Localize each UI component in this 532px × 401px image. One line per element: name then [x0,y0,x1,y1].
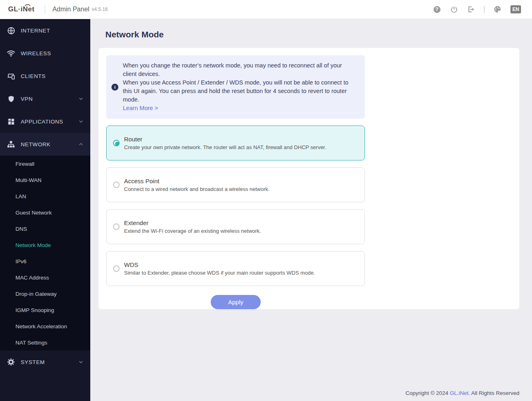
sidebar-item-clients[interactable]: CLIENTS [0,65,90,87]
sidebar-item-internet[interactable]: INTERNET [0,19,90,42]
learn-more-link[interactable]: Learn More > [123,104,158,113]
shield-icon [7,94,15,103]
sidebar-item-label: APPLICATIONS [21,119,78,125]
footer-gl-inet-link[interactable]: GL.iNet. [450,390,470,396]
sidebar-item-label: WIRELESS [21,50,84,56]
sidebar-item-wireless[interactable]: WIRELESS [0,42,90,65]
power-icon[interactable] [450,5,458,13]
app-title: Admin Panel [52,6,89,13]
sidebar-item-network[interactable]: NETWORK [0,133,90,156]
info-icon: i [111,84,118,91]
submenu-item-mac-address[interactable]: MAC Address [0,269,90,286]
submenu-item-dns[interactable]: DNS [0,221,90,237]
grid-icon [7,117,15,126]
language-selector[interactable]: EN [510,5,521,13]
info-alert: i When you change the router’s network m… [106,55,365,119]
submenu-item-ipv6[interactable]: IPv6 [0,253,90,269]
logo: GL·iNet [8,5,35,13]
sitemap-icon [7,140,15,149]
footer-prefix: Copyright © 2024 [406,390,450,396]
sidebar: INTERNET WIRELESS CLIENTS [0,19,90,401]
wds-radio[interactable] [113,265,120,272]
sidebar-item-label: INTERNET [21,28,84,34]
wifi-icon [7,49,15,58]
option-access-point[interactable]: Access Point Connect to a wired network … [106,167,365,202]
chevron-down-icon [78,119,84,124]
top-bar: GL·iNet Admin Panel v4.5.16 ? [0,0,532,19]
submenu-item-guest-network[interactable]: Guest Network [0,204,90,221]
logo-wifi-arc-icon [25,3,31,7]
access-point-radio[interactable] [113,182,120,188]
sidebar-item-label: VPN [21,96,78,102]
option-title: Access Point [124,178,270,184]
sidebar-item-label: NETWORK [21,141,78,147]
option-title: Extender [124,219,261,226]
header-divider [45,5,45,14]
info-line-2: When you use Access Point / Extender / W… [123,78,356,104]
network-submenu: Firewall Multi-WAN LAN Guest Network DNS… [0,156,90,351]
submenu-item-drop-in-gateway[interactable]: Drop-in Gateway [0,286,90,302]
sidebar-item-label: SYSTEM [21,359,78,365]
sidebar-item-label: CLIENTS [21,73,84,79]
devices-icon [7,72,15,80]
option-description: Extend the Wi-Fi coverage of an existing… [124,228,261,234]
sidebar-item-applications[interactable]: APPLICATIONS [0,110,90,133]
submenu-item-network-mode[interactable]: Network Mode [0,237,90,253]
chevron-up-icon [78,141,84,147]
option-router[interactable]: Router Create your own private network. … [106,126,365,160]
network-mode-panel: i When you change the router’s network m… [98,48,519,309]
router-radio[interactable] [113,140,120,146]
option-description: Similar to Extender, please choose WDS i… [124,270,315,276]
extender-radio[interactable] [113,223,120,230]
page-title: Network Mode [105,30,532,39]
option-wds[interactable]: WDS Similar to Extender, please choose W… [106,251,365,286]
chevron-down-icon [78,96,84,102]
sidebar-item-system[interactable]: SYSTEM [0,351,90,373]
app-version: v4.5.16 [92,7,108,12]
sidebar-item-vpn[interactable]: VPN [0,87,90,110]
info-line-1: When you change the router’s network mod… [123,61,356,78]
submenu-item-firewall[interactable]: Firewall [0,156,90,172]
chevron-down-icon [78,359,84,365]
submenu-item-lan[interactable]: LAN [0,188,90,204]
footer-suffix: All Rights Reserved [470,390,519,396]
header-icons-divider [484,6,484,13]
globe-icon [7,26,15,35]
submenu-item-multi-wan[interactable]: Multi-WAN [0,172,90,188]
submenu-item-igmp-snooping[interactable]: IGMP Snooping [0,302,90,318]
logout-icon[interactable] [467,5,475,13]
option-title: WDS [124,261,315,268]
option-description: Connect to a wired network and broadcast… [124,186,270,192]
option-title: Router [124,136,326,143]
option-description: Create your own private network. The rou… [124,144,326,150]
gear-icon [7,358,15,366]
help-icon[interactable]: ? [433,5,441,13]
option-extender[interactable]: Extender Extend the Wi-Fi coverage of an… [106,209,365,244]
logo-text: GL·iNet [8,5,35,13]
main-content: Network Mode i When you change the route… [90,19,532,401]
submenu-item-nat-settings[interactable]: NAT Settings [0,334,90,351]
apply-button[interactable]: Apply [211,295,261,309]
submenu-item-network-acceleration[interactable]: Network Acceleration [0,318,90,334]
footer-copyright: Copyright © 2024 GL.iNet. All Rights Res… [406,390,519,396]
theme-palette-icon[interactable] [493,5,501,13]
